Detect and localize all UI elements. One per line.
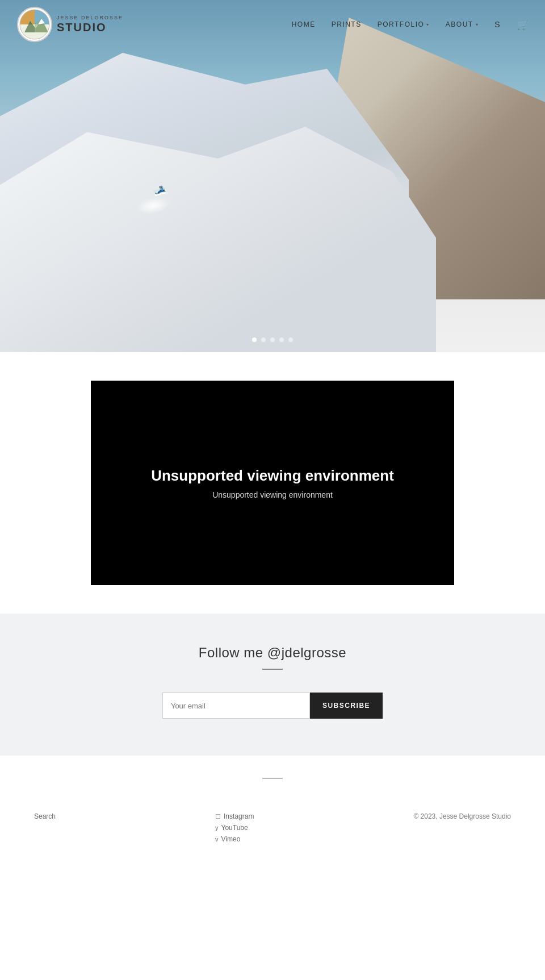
copyright-text: © 2023, Jesse Delgrosse Studio	[413, 812, 511, 820]
footer-col-search: Search	[34, 812, 56, 820]
footer-youtube-link[interactable]: y YouTube	[215, 824, 254, 832]
footer-spacer	[0, 756, 545, 801]
video-subtitle: Unsupported viewing environment	[212, 490, 333, 499]
footer-vimeo-link[interactable]: v Vimeo	[215, 835, 254, 843]
site-header: JESSE DELGROSSE STUDIO HOME PRINTS PORTF…	[0, 0, 545, 49]
logo[interactable]: JESSE DELGROSSE STUDIO	[17, 7, 123, 42]
email-input[interactable]	[162, 693, 310, 719]
logo-text: JESSE DELGROSSE STUDIO	[57, 15, 123, 34]
youtube-icon: y	[215, 824, 219, 831]
main-nav: HOME PRINTS PORTFOLIO ▾ ABOUT ▾ S 🛒	[292, 19, 528, 30]
footer-col-social: ☐ Instagram y YouTube v Vimeo	[215, 812, 254, 843]
slide-dot-3[interactable]	[270, 337, 275, 342]
nav-prints[interactable]: PRINTS	[332, 20, 362, 28]
nav-home[interactable]: HOME	[292, 20, 316, 28]
portfolio-dropdown-arrow: ▾	[426, 22, 430, 27]
hero-section: 🎿	[0, 0, 545, 352]
slide-dot-2[interactable]	[261, 337, 266, 342]
slide-dot-5[interactable]	[288, 337, 293, 342]
about-dropdown-arrow: ▾	[476, 22, 479, 27]
nav-about[interactable]: ABOUT ▾	[446, 20, 479, 28]
follow-title: Follow me @jdelgrosse	[199, 645, 346, 661]
subscribe-button[interactable]: SUBSCRIBE	[310, 693, 383, 719]
slide-dot-4[interactable]	[279, 337, 284, 342]
footer-divider	[262, 778, 283, 779]
slide-dot-1[interactable]	[252, 337, 257, 342]
slide-dots	[252, 337, 293, 342]
nav-search[interactable]: S	[494, 20, 501, 29]
follow-divider	[262, 669, 283, 670]
email-form: SUBSCRIBE	[162, 693, 383, 719]
video-section: Unsupported viewing environment Unsuppor…	[0, 352, 545, 614]
logo-image	[17, 7, 52, 42]
hero-background: 🎿	[0, 0, 545, 352]
instagram-icon: ☐	[215, 813, 221, 820]
cart-icon[interactable]: 🛒	[517, 19, 528, 30]
follow-section: Follow me @jdelgrosse SUBSCRIBE	[0, 614, 545, 756]
footer-search-link[interactable]: Search	[34, 812, 56, 820]
footer-col-copyright: © 2023, Jesse Delgrosse Studio	[413, 812, 511, 820]
footer-instagram-link[interactable]: ☐ Instagram	[215, 812, 254, 820]
video-title: Unsupported viewing environment	[151, 467, 394, 485]
video-player[interactable]: Unsupported viewing environment Unsuppor…	[91, 381, 454, 585]
mountain-scene: 🎿	[0, 0, 545, 352]
site-footer: Search ☐ Instagram y YouTube v Vimeo © 2…	[0, 801, 545, 866]
vimeo-icon: v	[215, 836, 219, 843]
nav-portfolio[interactable]: PORTFOLIO ▾	[378, 20, 430, 28]
